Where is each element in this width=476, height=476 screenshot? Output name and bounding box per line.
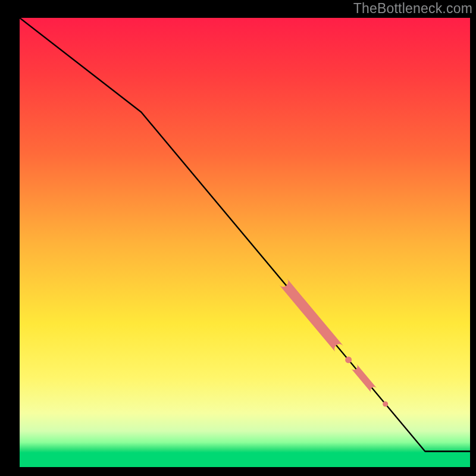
watermark-text: TheBottleneck.com — [353, 0, 472, 17]
plot-area — [20, 18, 470, 467]
highlight-dot-1 — [345, 356, 352, 363]
highlight-group — [279, 278, 388, 406]
stage: TheBottleneck.com — [0, 0, 476, 476]
highlight-dot-2 — [383, 401, 388, 406]
chart-overlay — [20, 18, 470, 467]
bottleneck-curve — [20, 18, 470, 452]
highlight-segment-1 — [279, 278, 343, 352]
